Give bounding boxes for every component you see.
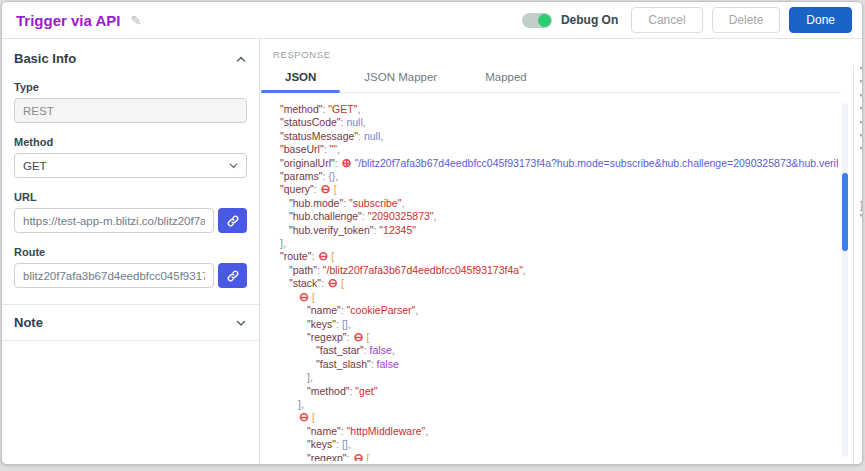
json-token: , [301, 398, 304, 410]
json-line: "route": ⊖[ [853, 212, 862, 225]
json-line: "statusCode": null, [272, 116, 838, 129]
json-token: false [370, 344, 392, 356]
json-line: "keys": [], [853, 280, 862, 293]
json-line: ⊖[ [853, 253, 862, 266]
json-line: "hub.challenge": "2090325873", [272, 210, 838, 223]
expand-icon[interactable]: ⊕ [342, 156, 352, 170]
json-line: "query": ⊖[ [272, 183, 838, 196]
json-token: "params" [280, 170, 322, 182]
copy-route-link-button[interactable] [218, 263, 247, 288]
json-token: , [401, 197, 404, 209]
json-token: "hub.mode" [289, 197, 343, 209]
type-field[interactable] [14, 98, 247, 123]
json-token: , [415, 304, 418, 316]
json-token: "fast_star" [316, 344, 364, 356]
json-line: "query": ⊖[ [853, 145, 862, 158]
collapse-icon[interactable]: ⊖ [353, 451, 363, 461]
tab-json-mapper[interactable]: JSON Mapper [340, 64, 461, 92]
json-token: , [380, 130, 383, 142]
collapse-icon[interactable]: ⊖ [299, 410, 309, 424]
delete-button[interactable]: Delete [712, 7, 781, 33]
response-tabs: JSON JSON Mapper Mapped [261, 64, 841, 93]
json-token: [ [334, 183, 337, 195]
url-field[interactable] [14, 208, 214, 233]
json-token: [ [312, 411, 315, 423]
json-line: "originalUrl": ⊕"/blitz20f7afa3b67d4eedb… [853, 119, 862, 132]
json-line: "params": {}, [272, 170, 838, 183]
json-token: "GET" [328, 103, 357, 115]
route-label: Route [14, 246, 247, 258]
header-bar: Trigger via API ✎ Debug On Cancel Delete… [2, 2, 862, 39]
json-token: : [314, 183, 320, 195]
json-line: "regexp": ⊖[ [272, 331, 838, 344]
edit-title-icon[interactable]: ✎ [130, 13, 141, 28]
json-line: "regexp": ⊖[ [853, 293, 862, 306]
collapse-icon[interactable]: ⊖ [321, 182, 331, 196]
json-line: "statusMessage": null, [272, 130, 838, 143]
json-token: , [363, 116, 366, 128]
section-divider [2, 340, 259, 341]
url-row [14, 208, 247, 233]
route-field[interactable] [14, 263, 214, 288]
toggle-knob-icon [538, 14, 551, 27]
json-token: "httpMiddleware" [347, 425, 426, 437]
json-line: "hub.challenge": "2090325873", [853, 172, 862, 185]
collapse-icon[interactable]: ⊖ [353, 330, 363, 344]
json-token: null [346, 116, 362, 128]
chevron-down-icon[interactable] [235, 317, 247, 329]
json-line: "baseUrl": "", [272, 143, 838, 156]
copy-url-link-button[interactable] [218, 208, 247, 233]
json-token: "statusCode" [860, 78, 862, 90]
collapse-icon[interactable]: ⊖ [299, 290, 309, 304]
json-token: "keys" [307, 318, 336, 330]
json-token: "name" [307, 304, 341, 316]
json-token: "params" [860, 132, 862, 144]
scrollbar-track[interactable] [842, 103, 848, 457]
json-token: : [311, 250, 317, 262]
json-token: "query" [860, 145, 862, 157]
note-title: Note [14, 315, 43, 330]
json-token: "route" [860, 212, 862, 224]
json-token: , [434, 210, 437, 222]
json-line: "hub.mode": "subscribe", [853, 159, 862, 172]
tab-json[interactable]: JSON [261, 64, 340, 92]
cancel-button[interactable]: Cancel [631, 7, 702, 33]
json-token: "name" [307, 425, 341, 437]
json-token: "path" [289, 264, 317, 276]
trigger-editor-window: Trigger via API ✎ Debug On Cancel Delete… [1, 1, 863, 465]
json-line: "method": "GET", [272, 103, 838, 116]
chevron-up-icon[interactable] [235, 53, 247, 65]
json-token: : [347, 331, 353, 343]
json-line: ], [853, 199, 862, 212]
debug-toggle[interactable] [522, 13, 552, 28]
json-line: "keys": [], [272, 438, 838, 451]
json-minimap-content: "method": "GET","statusCode": null,"stat… [853, 65, 862, 427]
collapse-icon[interactable]: ⊖ [318, 249, 328, 263]
content-area: Basic Info Type Method URL [2, 39, 862, 465]
done-button[interactable]: Done [789, 7, 852, 33]
tab-mapped[interactable]: Mapped [461, 64, 551, 92]
json-line: "stack": ⊖[ [272, 277, 838, 290]
json-token: , [283, 237, 286, 249]
json-token: ] [860, 199, 862, 211]
json-line: "path": "/blitz20f7afa3b67d4eedbfcc045f9… [272, 264, 838, 277]
json-line: ], [272, 371, 838, 384]
note-section-header[interactable]: Note [14, 305, 247, 340]
basic-info-section-header[interactable]: Basic Info [14, 49, 247, 68]
method-select[interactable] [14, 153, 247, 178]
json-line: "fast_slash": false [853, 320, 862, 333]
json-token: [ [331, 250, 334, 262]
json-line: "path": "/blitz20f7afa3b67d4eedbfcc045f9… [853, 226, 862, 239]
json-token: [ [366, 331, 369, 343]
json-line: "originalUrl": ⊕"/blitz20f7afa3b67d4eedb… [272, 157, 838, 170]
json-line: ], [853, 360, 862, 373]
json-token: "route" [280, 250, 311, 262]
json-token: , [392, 344, 395, 356]
scrollbar-thumb[interactable] [842, 173, 848, 251]
collapse-icon[interactable]: ⊖ [328, 276, 338, 290]
json-token: "statusMessage" [860, 92, 862, 104]
json-token: , [357, 103, 360, 115]
json-token: "keys" [307, 438, 336, 450]
basic-info-panel: Basic Info Type Method URL [2, 39, 260, 465]
json-token: "" [329, 143, 336, 155]
